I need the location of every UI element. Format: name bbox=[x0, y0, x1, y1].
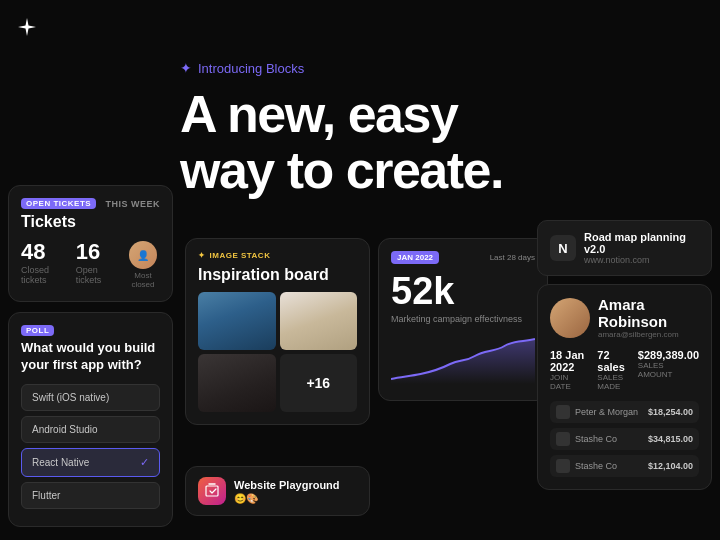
profile-name: Amara Robinson bbox=[598, 297, 699, 330]
profile-avatar bbox=[550, 298, 590, 338]
open-tickets-stat: 16 Open tickets bbox=[76, 241, 116, 285]
chart-period: Last 28 days bbox=[490, 253, 535, 262]
chart-header: JAN 2022 Last 28 days bbox=[391, 251, 535, 264]
closed-tickets-stat: 48 Closed tickets bbox=[21, 241, 66, 285]
poll-badge: POLL bbox=[21, 325, 54, 336]
chart-card: JAN 2022 Last 28 days 52k Marketing camp… bbox=[378, 238, 548, 401]
sales-count-stat: 72 sales SALES MADE bbox=[597, 349, 630, 391]
chart-value: 52k bbox=[391, 272, 535, 310]
open-tickets-badge: OPEN TICKETS bbox=[21, 198, 96, 209]
notion-subtitle: www.notion.com bbox=[584, 255, 699, 265]
website-emojis: 😊🎨 bbox=[234, 493, 340, 504]
tickets-stats: 48 Closed tickets 16 Open tickets 👤 Most… bbox=[21, 241, 160, 289]
check-icon: ✓ bbox=[140, 456, 149, 469]
logo bbox=[16, 16, 38, 38]
top-user-label: Most closed bbox=[126, 271, 160, 289]
right-cards: N Road map planning v2.0 www.notion.com … bbox=[537, 220, 712, 490]
inspiration-more: +16 bbox=[280, 354, 358, 412]
closed-tickets-label: Closed tickets bbox=[21, 265, 66, 285]
poll-option-flutter[interactable]: Flutter bbox=[21, 482, 160, 509]
profile-row-1: Peter & Morgan $18,254.00 bbox=[550, 401, 699, 423]
profile-row-2: Stashe Co $34,815.00 bbox=[550, 428, 699, 450]
poll-option-swift[interactable]: Swift (iOS native) bbox=[21, 384, 160, 411]
profile-card: Amara Robinson amara@silbergen.com 18 Ja… bbox=[537, 284, 712, 490]
closed-tickets-num: 48 bbox=[21, 241, 66, 263]
poll-question: What would you build your first app with… bbox=[21, 340, 160, 374]
inspiration-title: Inspiration board bbox=[198, 266, 357, 284]
inspiration-image-grid: +16 bbox=[198, 292, 357, 412]
diamond-icon: ✦ bbox=[180, 60, 192, 76]
poll-option-react[interactable]: React Native ✓ bbox=[21, 448, 160, 477]
inspiration-card: ✦ IMAGE STACK Inspiration board +16 bbox=[185, 238, 370, 425]
open-tickets-label: Open tickets bbox=[76, 265, 116, 285]
row-icon-2 bbox=[556, 432, 570, 446]
top-user-avatar: 👤 bbox=[129, 241, 157, 269]
website-icon bbox=[198, 477, 226, 505]
top-user-stat: 👤 Most closed bbox=[126, 241, 160, 289]
chart-badge: JAN 2022 bbox=[391, 251, 439, 264]
open-tickets-num: 16 bbox=[76, 241, 116, 263]
notion-icon: N bbox=[550, 235, 576, 261]
hero-subtitle: ✦ Introducing Blocks bbox=[180, 60, 540, 76]
tickets-card: OPEN TICKETS This week Tickets 48 Closed… bbox=[8, 185, 173, 302]
profile-stats: 18 Jan 2022 JOIN DATE 72 sales SALES MAD… bbox=[550, 349, 699, 391]
left-cards: OPEN TICKETS This week Tickets 48 Closed… bbox=[8, 185, 173, 527]
inspiration-image-3 bbox=[198, 354, 276, 412]
website-name: Website Playground bbox=[234, 479, 340, 491]
profile-row-3: Stashe Co $12,104.00 bbox=[550, 455, 699, 477]
chart-svg bbox=[391, 334, 535, 384]
notion-card: N Road map planning v2.0 www.notion.com bbox=[537, 220, 712, 276]
join-date-stat: 18 Jan 2022 JOIN DATE bbox=[550, 349, 589, 391]
poll-option-android[interactable]: Android Studio bbox=[21, 416, 160, 443]
tickets-title: Tickets bbox=[21, 213, 160, 231]
inspiration-image-1 bbox=[198, 292, 276, 350]
inspiration-image-2 bbox=[280, 292, 358, 350]
website-card: Website Playground 😊🎨 bbox=[185, 466, 370, 516]
profile-top: Amara Robinson amara@silbergen.com bbox=[550, 297, 699, 339]
inspiration-card-wrapper: ✦ IMAGE STACK Inspiration board +16 bbox=[185, 238, 370, 425]
hero-title: A new, easy way to create. bbox=[180, 86, 540, 198]
profile-identity: Amara Robinson amara@silbergen.com bbox=[598, 297, 699, 339]
hero-subtitle-text: Introducing Blocks bbox=[198, 61, 304, 76]
notion-text: Road map planning v2.0 www.notion.com bbox=[584, 231, 699, 265]
chart-description: Marketing campaign effectivness bbox=[391, 314, 535, 324]
hero-section: ✦ Introducing Blocks A new, easy way to … bbox=[180, 60, 540, 198]
notion-title: Road map planning v2.0 bbox=[584, 231, 699, 255]
profile-email: amara@silbergen.com bbox=[598, 330, 699, 339]
row-icon-3 bbox=[556, 459, 570, 473]
tag-diamond-icon: ✦ bbox=[198, 251, 206, 260]
row-icon-1 bbox=[556, 405, 570, 419]
poll-card: POLL What would you build your first app… bbox=[8, 312, 173, 527]
poll-card-header: POLL bbox=[21, 325, 160, 336]
svg-rect-0 bbox=[206, 486, 218, 496]
tickets-period: This week bbox=[105, 199, 160, 209]
sales-amount-stat: $289,389.00 SALES AMOUNT bbox=[638, 349, 699, 391]
profile-rows: Peter & Morgan $18,254.00 Stashe Co $34,… bbox=[550, 401, 699, 477]
website-info: Website Playground 😊🎨 bbox=[234, 479, 340, 504]
tickets-card-header: OPEN TICKETS This week bbox=[21, 198, 160, 209]
inspiration-tag: ✦ IMAGE STACK bbox=[198, 251, 357, 260]
